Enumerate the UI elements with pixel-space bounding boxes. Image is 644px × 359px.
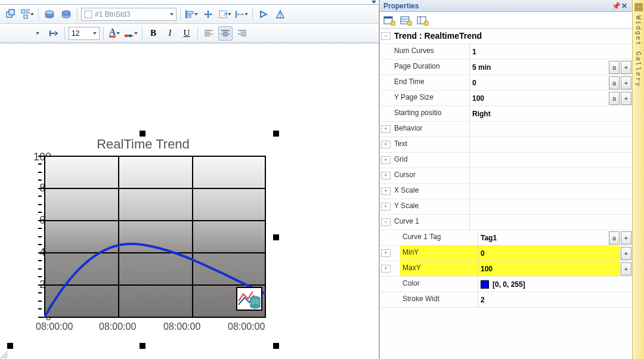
svg-rect-39: [384, 17, 392, 18]
bold-button[interactable]: B: [146, 26, 160, 41]
dropdown-indicator-icon[interactable]: [371, 1, 376, 4]
prop-view2-icon[interactable]: [400, 15, 412, 26]
text-dropdown-button[interactable]: [30, 26, 44, 41]
pin-icon[interactable]: 📌: [612, 2, 620, 10]
attach-button[interactable]: a: [609, 76, 620, 89]
stack-front-button[interactable]: [59, 7, 73, 21]
prop-row-color[interactable]: Color[0, 0, 255]: [380, 277, 632, 292]
prop-row-end-time[interactable]: End Time0a+: [380, 75, 632, 91]
collapse-icon[interactable]: −: [381, 218, 391, 226]
svg-rect-21: [129, 35, 132, 37]
toolbar-objects: #1 BtnStd3: [0, 5, 379, 24]
svg-point-47: [424, 21, 429, 26]
font-size-combo[interactable]: 12: [69, 27, 100, 40]
expand-icon[interactable]: +: [381, 265, 391, 273]
prop-group-curve1[interactable]: −Curve 1: [380, 215, 632, 230]
selection-handle[interactable]: [140, 131, 145, 137]
add-button[interactable]: +: [621, 61, 631, 74]
insert-field-button[interactable]: [47, 26, 61, 41]
expand-icon[interactable]: +: [381, 172, 391, 180]
attach-button[interactable]: a: [609, 92, 620, 105]
x-tick-label: 08:00:00: [163, 321, 200, 332]
selection-handle[interactable]: [273, 343, 279, 349]
distribute-button[interactable]: [20, 7, 35, 21]
expand-icon[interactable]: +: [381, 125, 391, 133]
properties-grid[interactable]: − Trend : RealtimeTrend Num Curves1 Page…: [380, 29, 632, 359]
svg-rect-11: [85, 11, 92, 18]
svg-rect-3: [27, 10, 30, 13]
prop-group-grid[interactable]: +Grid: [380, 153, 632, 168]
prop-row-curve1-tag[interactable]: Curve 1 TagTag1a+: [380, 230, 632, 246]
prop-group-text[interactable]: +Text: [380, 137, 632, 153]
palette-button[interactable]: [124, 26, 138, 41]
selection-handle[interactable]: [273, 234, 279, 240]
object-select-text: #1 BtnStd3: [95, 10, 130, 18]
font-size-value: 12: [72, 29, 79, 38]
selection-handle[interactable]: [140, 343, 145, 349]
flip-button[interactable]: [273, 7, 287, 21]
align-right-button[interactable]: [235, 26, 249, 41]
trend-widget[interactable]: RealTime Trend 100 80 60 40 20 0: [10, 133, 277, 359]
selection-handle[interactable]: [7, 343, 13, 349]
x-tick-label: 08:00:00: [228, 321, 265, 332]
svg-rect-22: [132, 35, 134, 37]
attach-button[interactable]: a: [609, 231, 620, 245]
properties-header[interactable]: Properties 📌 ✕: [380, 0, 632, 12]
properties-title: Properties: [383, 2, 419, 10]
prop-row-num-curves[interactable]: Num Curves1: [380, 44, 632, 60]
prop-row-starting-position[interactable]: Starting positioRight: [380, 106, 632, 122]
editor-pane: #1 BtnStd3 12 A B I U: [0, 0, 379, 359]
prop-row-y-page-size[interactable]: Y Page Size100a+: [380, 91, 632, 106]
prop-group-behavior[interactable]: +Behavior: [380, 122, 632, 137]
add-button[interactable]: +: [621, 262, 631, 276]
font-color-button[interactable]: A: [107, 26, 122, 41]
align-left-button[interactable]: [202, 26, 216, 41]
prop-group-x-scale[interactable]: +X Scale: [380, 184, 632, 199]
prop-row-miny[interactable]: +MinY0+: [380, 246, 632, 261]
prop-view3-icon[interactable]: [417, 15, 429, 26]
trend-datasource-icon[interactable]: [236, 287, 262, 311]
collapse-icon[interactable]: −: [381, 32, 391, 40]
stack-back-button[interactable]: [42, 7, 57, 21]
object-select-combo[interactable]: #1 BtnStd3: [81, 8, 177, 21]
expand-icon[interactable]: +: [381, 141, 391, 148]
design-canvas[interactable]: RealTime Trend 100 80 60 40 20 0: [0, 43, 379, 359]
properties-panel: Properties 📌 ✕ − Trend : RealtimeTrend N…: [379, 0, 632, 359]
expand-icon[interactable]: +: [381, 156, 391, 164]
attach-button[interactable]: a: [609, 61, 620, 74]
add-button[interactable]: +: [621, 92, 631, 105]
align-left-obj-button[interactable]: [184, 7, 199, 21]
add-button[interactable]: +: [621, 76, 631, 89]
prop-group-y-scale[interactable]: +Y Scale: [380, 199, 632, 215]
expand-icon[interactable]: +: [381, 187, 391, 195]
italic-button[interactable]: I: [163, 26, 177, 41]
prop-row-page-duration[interactable]: Page Duration5 mina+: [380, 60, 632, 75]
spacing-h-button[interactable]: [234, 7, 249, 21]
trend-title: RealTime Trend: [10, 137, 277, 152]
close-icon[interactable]: ✕: [620, 2, 628, 10]
resize-grip-icon[interactable]: [0, 351, 8, 359]
selection-handle[interactable]: [273, 131, 279, 137]
prop-row-stroke-width[interactable]: Stroke Widt2: [380, 292, 632, 308]
move-button[interactable]: [201, 7, 215, 21]
svg-point-40: [391, 21, 395, 26]
prop-group-cursor[interactable]: +Cursor: [380, 168, 632, 184]
expand-icon[interactable]: +: [381, 249, 391, 257]
underline-button[interactable]: U: [179, 26, 194, 41]
prop-row-maxy[interactable]: +MaxY100+: [380, 261, 632, 277]
duplicate-button[interactable]: [4, 7, 18, 21]
prop-view1-icon[interactable]: [383, 15, 395, 26]
widget-gallery-label: Widget Gallery: [634, 16, 642, 88]
color-swatch[interactable]: [481, 280, 489, 289]
prop-object-header: − Trend : RealtimeTrend: [380, 29, 632, 44]
svg-rect-20: [127, 35, 129, 37]
add-button[interactable]: +: [621, 247, 631, 260]
expand-icon[interactable]: +: [381, 203, 391, 211]
run-button[interactable]: [256, 7, 271, 21]
widget-gallery-tab[interactable]: Widget Gallery: [632, 0, 644, 359]
svg-rect-13: [187, 11, 193, 14]
resize-button[interactable]: [218, 7, 232, 21]
gallery-icon: [634, 2, 643, 12]
add-button[interactable]: +: [621, 231, 631, 245]
align-center-button[interactable]: [218, 26, 233, 41]
